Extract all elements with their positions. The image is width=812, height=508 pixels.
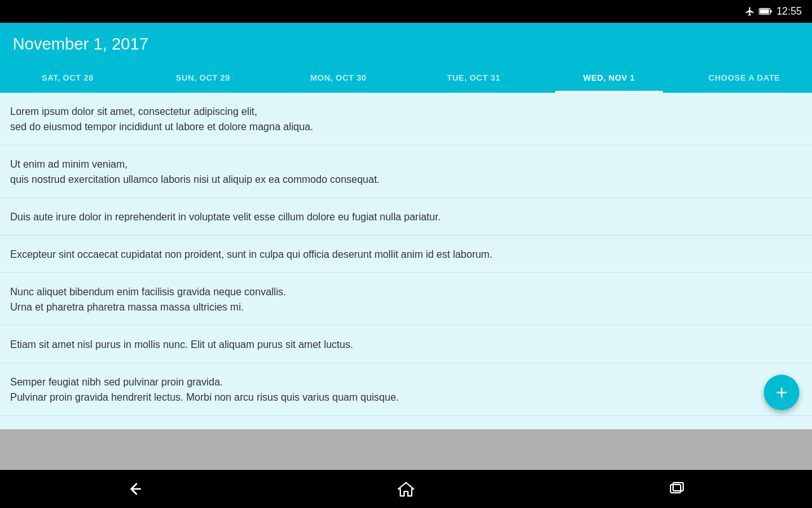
svg-rect-2 (760, 9, 769, 13)
text-line: sed do eiusmod tempor incididunt ut labo… (10, 119, 802, 135)
fab-icon: + (776, 381, 788, 404)
text-line: Semper feugiat nibh sed pulvinar proin g… (10, 375, 802, 390)
home-button[interactable] (397, 480, 415, 498)
content-item-1: Ut enim ad minim veniam,quis nostrud exe… (0, 145, 812, 198)
tab-wed-nov-1[interactable]: WED, NOV 1 (541, 63, 676, 93)
back-icon (126, 480, 144, 498)
text-line: Urna et pharetra pharetra massa massa ul… (10, 300, 802, 315)
status-icons: 12:55 (745, 6, 802, 17)
bottom-bar (0, 429, 812, 470)
content-item-3: Excepteur sint occaecat cupidatat non pr… (0, 236, 812, 273)
tab-sat-oct-28[interactable]: SAT, OCT 28 (0, 63, 135, 93)
content-item-0: Lorem ipsum dolor sit amet, consectetur … (0, 93, 812, 145)
recents-button[interactable] (668, 480, 686, 498)
tab-sun-oct-29[interactable]: SUN, OCT 29 (135, 63, 270, 93)
content-item-2: Duis aute irure dolor in reprehenderit i… (0, 198, 812, 236)
svg-marker-4 (398, 483, 414, 496)
text-line: Etiam sit amet nisl purus in mollis nunc… (10, 337, 802, 352)
battery-icon (759, 6, 773, 17)
text-line: Duis aute irure dolor in reprehenderit i… (10, 210, 802, 225)
tab-tue-oct-31[interactable]: TUE, OCT 31 (406, 63, 541, 93)
text-line: Ut enim ad minim veniam, (10, 157, 802, 172)
header: November 1, 2017 (0, 23, 812, 63)
text-line: Excepteur sint occaecat cupidatat non pr… (10, 247, 802, 262)
svg-rect-1 (770, 10, 771, 13)
nav-bar (0, 470, 812, 508)
content-item-6: Semper feugiat nibh sed pulvinar proin g… (0, 363, 812, 416)
text-line: quis nostrud exercitation ullamco labori… (10, 172, 802, 187)
app-container: November 1, 2017 SAT, OCT 28SUN, OCT 29M… (0, 23, 812, 429)
date-tabs: SAT, OCT 28SUN, OCT 29MON, OCT 30TUE, OC… (0, 63, 812, 93)
content-item-5: Etiam sit amet nisl purus in mollis nunc… (0, 326, 812, 363)
tab-mon-oct-30[interactable]: MON, OCT 30 (271, 63, 406, 93)
status-time: 12:55 (776, 6, 802, 17)
svg-rect-5 (671, 485, 681, 493)
fab-button[interactable]: + (764, 375, 799, 410)
recents-icon (668, 480, 686, 498)
text-line: Pulvinar proin gravida hendrerit lectus.… (10, 390, 802, 405)
text-line: Lorem ipsum dolor sit amet, consectetur … (10, 104, 802, 119)
text-line: Nunc aliquet bibendum enim facilisis gra… (10, 284, 802, 300)
status-bar: 12:55 (0, 0, 812, 23)
content-item-4: Nunc aliquet bibendum enim facilisis gra… (0, 273, 812, 326)
page-title: November 1, 2017 (13, 34, 799, 54)
svg-rect-6 (673, 483, 683, 491)
content-area[interactable]: Lorem ipsum dolor sit amet, consectetur … (0, 93, 812, 429)
back-button[interactable] (126, 480, 144, 498)
tab-choose-date[interactable]: CHOOSE A DATE (677, 63, 812, 93)
airplane-icon (745, 6, 755, 17)
home-icon (397, 480, 415, 498)
